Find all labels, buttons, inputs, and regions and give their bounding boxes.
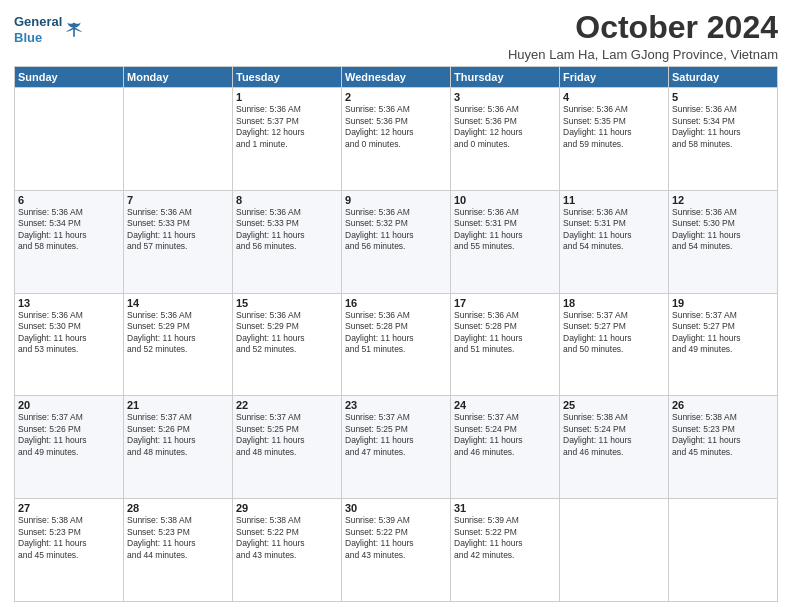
calendar-cell: 20Sunrise: 5:37 AM Sunset: 5:26 PM Dayli… [15,396,124,499]
day-number: 4 [563,91,665,103]
day-number: 5 [672,91,774,103]
day-info: Sunrise: 5:37 AM Sunset: 5:25 PM Dayligh… [236,412,338,458]
weekday-header-wednesday: Wednesday [342,67,451,88]
subtitle: Huyen Lam Ha, Lam GJong Province, Vietna… [508,47,778,62]
day-info: Sunrise: 5:37 AM Sunset: 5:27 PM Dayligh… [563,310,665,356]
weekday-header-tuesday: Tuesday [233,67,342,88]
calendar-cell: 30Sunrise: 5:39 AM Sunset: 5:22 PM Dayli… [342,499,451,602]
day-number: 11 [563,194,665,206]
day-info: Sunrise: 5:36 AM Sunset: 5:36 PM Dayligh… [454,104,556,150]
logo-text: General Blue [14,14,62,45]
calendar-cell: 3Sunrise: 5:36 AM Sunset: 5:36 PM Daylig… [451,88,560,191]
calendar-cell: 21Sunrise: 5:37 AM Sunset: 5:26 PM Dayli… [124,396,233,499]
day-number: 25 [563,399,665,411]
logo: General Blue [14,14,84,45]
day-number: 2 [345,91,447,103]
day-number: 9 [345,194,447,206]
calendar-cell: 11Sunrise: 5:36 AM Sunset: 5:31 PM Dayli… [560,190,669,293]
day-number: 29 [236,502,338,514]
logo-blue: Blue [14,30,62,46]
calendar-cell [15,88,124,191]
day-info: Sunrise: 5:39 AM Sunset: 5:22 PM Dayligh… [345,515,447,561]
day-number: 8 [236,194,338,206]
day-info: Sunrise: 5:36 AM Sunset: 5:34 PM Dayligh… [18,207,120,253]
day-number: 31 [454,502,556,514]
day-number: 19 [672,297,774,309]
day-info: Sunrise: 5:36 AM Sunset: 5:35 PM Dayligh… [563,104,665,150]
calendar-cell: 5Sunrise: 5:36 AM Sunset: 5:34 PM Daylig… [669,88,778,191]
calendar-cell: 4Sunrise: 5:36 AM Sunset: 5:35 PM Daylig… [560,88,669,191]
weekday-header-sunday: Sunday [15,67,124,88]
day-info: Sunrise: 5:36 AM Sunset: 5:32 PM Dayligh… [345,207,447,253]
day-info: Sunrise: 5:37 AM Sunset: 5:24 PM Dayligh… [454,412,556,458]
day-info: Sunrise: 5:36 AM Sunset: 5:28 PM Dayligh… [345,310,447,356]
day-number: 1 [236,91,338,103]
calendar-header: SundayMondayTuesdayWednesdayThursdayFrid… [15,67,778,88]
page: General Blue October 2024 Huyen Lam Ha, … [0,0,792,612]
calendar-cell: 28Sunrise: 5:38 AM Sunset: 5:23 PM Dayli… [124,499,233,602]
calendar-cell: 18Sunrise: 5:37 AM Sunset: 5:27 PM Dayli… [560,293,669,396]
day-number: 20 [18,399,120,411]
day-info: Sunrise: 5:36 AM Sunset: 5:30 PM Dayligh… [672,207,774,253]
weekday-header-saturday: Saturday [669,67,778,88]
day-info: Sunrise: 5:36 AM Sunset: 5:34 PM Dayligh… [672,104,774,150]
calendar-cell [124,88,233,191]
calendar-cell: 15Sunrise: 5:36 AM Sunset: 5:29 PM Dayli… [233,293,342,396]
calendar-cell: 31Sunrise: 5:39 AM Sunset: 5:22 PM Dayli… [451,499,560,602]
day-number: 23 [345,399,447,411]
day-info: Sunrise: 5:39 AM Sunset: 5:22 PM Dayligh… [454,515,556,561]
calendar-cell: 13Sunrise: 5:36 AM Sunset: 5:30 PM Dayli… [15,293,124,396]
calendar-week-4: 27Sunrise: 5:38 AM Sunset: 5:23 PM Dayli… [15,499,778,602]
day-info: Sunrise: 5:36 AM Sunset: 5:29 PM Dayligh… [236,310,338,356]
day-info: Sunrise: 5:36 AM Sunset: 5:29 PM Dayligh… [127,310,229,356]
day-number: 28 [127,502,229,514]
day-info: Sunrise: 5:38 AM Sunset: 5:23 PM Dayligh… [18,515,120,561]
calendar-cell: 2Sunrise: 5:36 AM Sunset: 5:36 PM Daylig… [342,88,451,191]
day-number: 26 [672,399,774,411]
calendar-cell: 29Sunrise: 5:38 AM Sunset: 5:22 PM Dayli… [233,499,342,602]
calendar-table: SundayMondayTuesdayWednesdayThursdayFrid… [14,66,778,602]
day-info: Sunrise: 5:36 AM Sunset: 5:30 PM Dayligh… [18,310,120,356]
day-info: Sunrise: 5:36 AM Sunset: 5:37 PM Dayligh… [236,104,338,150]
calendar-cell: 12Sunrise: 5:36 AM Sunset: 5:30 PM Dayli… [669,190,778,293]
day-number: 15 [236,297,338,309]
day-number: 21 [127,399,229,411]
logo-bird-icon [64,20,84,40]
title-block: October 2024 Huyen Lam Ha, Lam GJong Pro… [508,10,778,62]
calendar-cell: 24Sunrise: 5:37 AM Sunset: 5:24 PM Dayli… [451,396,560,499]
day-info: Sunrise: 5:36 AM Sunset: 5:33 PM Dayligh… [127,207,229,253]
calendar-cell: 22Sunrise: 5:37 AM Sunset: 5:25 PM Dayli… [233,396,342,499]
calendar-cell: 19Sunrise: 5:37 AM Sunset: 5:27 PM Dayli… [669,293,778,396]
weekday-header-friday: Friday [560,67,669,88]
calendar-body: 1Sunrise: 5:36 AM Sunset: 5:37 PM Daylig… [15,88,778,602]
calendar-week-3: 20Sunrise: 5:37 AM Sunset: 5:26 PM Dayli… [15,396,778,499]
day-info: Sunrise: 5:36 AM Sunset: 5:33 PM Dayligh… [236,207,338,253]
day-info: Sunrise: 5:38 AM Sunset: 5:24 PM Dayligh… [563,412,665,458]
calendar-cell: 16Sunrise: 5:36 AM Sunset: 5:28 PM Dayli… [342,293,451,396]
day-number: 18 [563,297,665,309]
day-number: 27 [18,502,120,514]
calendar-week-0: 1Sunrise: 5:36 AM Sunset: 5:37 PM Daylig… [15,88,778,191]
weekday-header-monday: Monday [124,67,233,88]
day-number: 13 [18,297,120,309]
day-info: Sunrise: 5:37 AM Sunset: 5:26 PM Dayligh… [127,412,229,458]
day-number: 6 [18,194,120,206]
day-info: Sunrise: 5:36 AM Sunset: 5:36 PM Dayligh… [345,104,447,150]
calendar-cell: 26Sunrise: 5:38 AM Sunset: 5:23 PM Dayli… [669,396,778,499]
day-info: Sunrise: 5:36 AM Sunset: 5:28 PM Dayligh… [454,310,556,356]
calendar-cell: 17Sunrise: 5:36 AM Sunset: 5:28 PM Dayli… [451,293,560,396]
calendar-cell: 14Sunrise: 5:36 AM Sunset: 5:29 PM Dayli… [124,293,233,396]
day-info: Sunrise: 5:37 AM Sunset: 5:26 PM Dayligh… [18,412,120,458]
calendar-cell: 7Sunrise: 5:36 AM Sunset: 5:33 PM Daylig… [124,190,233,293]
weekday-header-thursday: Thursday [451,67,560,88]
calendar-cell: 27Sunrise: 5:38 AM Sunset: 5:23 PM Dayli… [15,499,124,602]
calendar-cell: 8Sunrise: 5:36 AM Sunset: 5:33 PM Daylig… [233,190,342,293]
day-number: 14 [127,297,229,309]
weekday-header-row: SundayMondayTuesdayWednesdayThursdayFrid… [15,67,778,88]
day-number: 16 [345,297,447,309]
calendar-cell: 25Sunrise: 5:38 AM Sunset: 5:24 PM Dayli… [560,396,669,499]
day-info: Sunrise: 5:38 AM Sunset: 5:23 PM Dayligh… [127,515,229,561]
day-number: 30 [345,502,447,514]
day-number: 22 [236,399,338,411]
logo-general: General [14,14,62,30]
